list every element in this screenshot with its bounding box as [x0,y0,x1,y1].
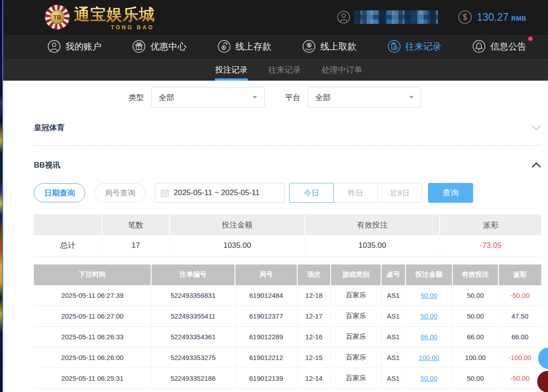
round-query-button[interactable]: 局号查询 [94,183,146,202]
cell-payout: -50.00 [498,368,541,389]
summary-total-payout: -73.05 [440,235,541,256]
cell-valid-bet: 50.00 [452,285,498,306]
notification-badge [528,36,533,41]
summary-header-count: 笔数 [102,214,170,235]
platform-select-value: 全部 [315,92,331,103]
header-valid-bet: 有效投注 [452,264,498,285]
bet-amount-link[interactable]: 50.00 [420,292,437,299]
cell-payout: 66.00 [498,327,541,347]
filter-row: 类型 全部 平台 全部 [129,87,541,108]
cell-game-type: 百家乐 [331,306,381,327]
nav-label: 优惠中心 [150,41,186,53]
cell-table-number: AS1 [381,327,405,347]
tab-betting-records[interactable]: 投注记录 [214,59,249,81]
cell-bet-time: 2025-05-11 06:26:33 [34,327,151,347]
header-session: 场次 [297,264,331,285]
deposit-icon [217,40,231,53]
today-button[interactable]: 今日 [289,183,334,203]
nav-item-announcements[interactable]: 信息公告 [472,40,526,53]
nav-item-transaction-records[interactable]: 往来记录 [387,40,442,53]
nav-label: 往来记录 [405,41,442,53]
user-icon [47,40,61,53]
logo-chip-label: TB [50,10,64,24]
bet-amount-link[interactable]: 100.00 [419,354,439,361]
header-payout: 派彩 [498,264,541,285]
query-controls: 日期查询 局号查询 2025-05-11 ~ 2025-05-11 今日 昨日 [34,183,541,203]
header-bet-amount: 投注金额 [405,264,452,285]
main-nav: 我的账户 优惠中心 线上存款 [3,35,548,59]
yesterday-button[interactable]: 昨日 [333,183,378,203]
cell-valid-bet: 50.00 [452,306,498,327]
section-crown-sports[interactable]: 皇冠体育 [34,123,541,133]
nav-label: 线上取款 [320,41,356,53]
top-header: TB 通宝娱乐城 TONG BAO 130.27 R [3,0,548,35]
nav-label: 线上存款 [235,41,272,53]
background-window-strip [0,0,3,392]
bet-amount-link[interactable]: 50.00 [420,374,437,382]
cell-game-type: 百家乐 [331,285,381,306]
username-blurred[interactable] [354,10,438,24]
cell-game-type: 百家乐 [331,327,381,347]
date-range-value: 2025-05-11 ~ 2025-05-11 [174,188,260,197]
bell-icon [472,40,486,53]
table-row: 2025-05-11 06:26:33522493354361619012289… [34,327,541,347]
cell-session: 12-18 [297,285,331,306]
type-select-value: 全部 [159,92,174,103]
balance-amount: 130.27 [477,11,508,23]
poker-chip-logo-icon: TB [45,5,69,29]
cell-table-number: AS1 [381,285,405,306]
chevron-up-icon[interactable] [531,162,541,168]
cell-bet-time: 2025-05-11 06:26:00 [34,347,151,368]
nav-item-online-deposit[interactable]: 线上存款 [217,40,272,53]
header-round-number: 局号 [235,264,297,285]
type-select[interactable]: 全部 [151,87,265,108]
caret-down-icon [409,96,414,99]
platform-select[interactable]: 全部 [308,87,421,108]
cell-session: 12-16 [297,327,331,347]
record-subtabs: 投注记录 往来记录 处理中订单 [3,59,548,81]
logo-title: 通宝娱乐城 [74,6,155,23]
cell-game-type: 百家乐 [331,347,381,368]
cell-order-number: 522493353275 [151,347,235,368]
cell-valid-bet: 100.00 [452,347,498,368]
cell-order-number: 522493354361 [151,327,235,347]
site-logo[interactable]: TB 通宝娱乐城 TONG BAO [45,4,155,31]
nav-label: 我的账户 [65,41,101,53]
nav-item-online-withdrawal[interactable]: 线上取款 [302,40,356,53]
cell-table-number: AS1 [381,368,405,389]
tab-pending-orders[interactable]: 处理中订单 [321,59,363,81]
cell-game-type: 百家乐 [331,368,381,389]
cell-table-number: AS1 [381,306,405,327]
tab-transaction-records[interactable]: 往来记录 [267,59,302,81]
bet-amount-link[interactable]: 50.00 [420,312,437,320]
summary-header-payout: 派彩 [440,214,541,235]
cell-round-number: 619012484 [235,285,297,306]
header-table-number: 桌号 [381,264,405,285]
cell-valid-bet: 66.00 [452,327,498,347]
section-title: 皇冠体育 [34,123,64,133]
section-bb-video[interactable]: BB视讯 [34,160,541,170]
cell-bet-time: 2025-05-11 06:27:39 [34,285,151,306]
table-row: 2025-05-11 06:26:00522493353275619012212… [34,347,541,368]
bet-amount-link[interactable]: 66.00 [420,333,437,341]
date-range-input[interactable]: 2025-05-11 ~ 2025-05-11 [155,183,285,203]
section-title: BB视讯 [34,160,60,170]
content: 类型 全部 平台 全部 皇冠体育 [3,81,545,389]
nav-item-my-account[interactable]: 我的账户 [47,40,101,53]
summary-total-label: 总计 [34,235,102,256]
nav-item-promotions[interactable]: 优惠中心 [132,40,186,53]
cell-bet-amount: 66.00 [405,327,452,347]
cell-bet-amount: 50.00 [405,285,452,306]
summary-total-count: 17 [102,235,170,256]
chevron-down-icon[interactable] [531,125,541,131]
search-button[interactable]: 查询 [428,183,473,203]
cell-round-number: 619012289 [235,327,297,347]
table-row: 2025-05-11 06:27:00522493355411619012377… [34,306,541,327]
date-query-button[interactable]: 日期查询 [34,183,85,202]
last-8-days-button[interactable]: 近8日 [378,183,422,203]
records-icon [387,40,401,53]
records-header-row: 下注时间 注单编号 局号 场次 游戏类别 桌号 投注金额 有效投注 派彩 [34,264,541,285]
cell-bet-time: 2025-05-11 06:27:00 [34,306,151,327]
summary-header-blank [34,214,102,235]
cell-bet-amount: 100.00 [405,347,452,368]
